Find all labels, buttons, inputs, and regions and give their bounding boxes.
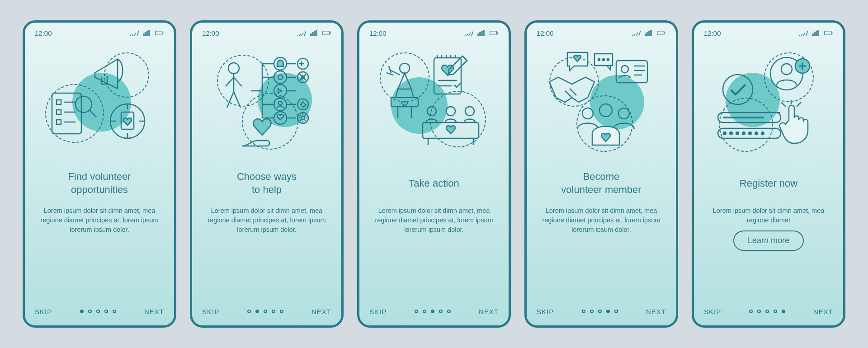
next-button[interactable]: NEXT [646,308,666,315]
dot-5[interactable] [447,310,451,313]
skip-button[interactable]: SKIP [704,308,721,315]
dot-4[interactable] [606,310,610,313]
page-indicator [247,310,283,313]
svg-point-26 [400,63,410,73]
status-icons [130,30,164,36]
screen-title: Become volunteer member [537,170,666,197]
dot-1[interactable] [80,310,84,313]
dot-1[interactable] [582,310,585,313]
dot-2[interactable] [590,310,594,313]
svg-point-56 [755,132,758,135]
network-icon [142,30,151,36]
svg-point-31 [465,107,474,116]
signal-icon [799,30,808,36]
svg-point-51 [723,132,726,135]
status-bar: 12:00 [35,27,164,39]
skip-button[interactable]: SKIP [537,308,554,315]
next-button[interactable]: NEXT [479,308,499,315]
screen-body: Lorem ipsum dolor sit dimn amet, mea reg… [202,206,331,306]
battery-icon [322,30,331,36]
battery-icon [490,30,499,36]
status-time: 12:00 [35,29,52,37]
svg-point-45 [723,75,753,104]
page-indicator [749,310,785,313]
next-button[interactable]: NEXT [311,308,331,315]
chat-heart-icon [565,50,590,73]
svg-point-21 [297,99,308,110]
dot-3[interactable] [765,310,769,313]
screen-title: Take action [369,170,499,197]
hand-heart-icon [237,118,287,150]
learn-more-button[interactable]: Learn more [733,230,804,251]
svg-rect-33 [657,31,664,35]
svg-point-30 [446,107,455,116]
screen-body: Lorem ipsum dolor sit dimn amet, mea reg… [369,206,499,306]
login-fields-icon [717,111,782,141]
status-bar: 12:00 [537,27,666,39]
dot-1[interactable] [415,310,418,313]
svg-point-41 [599,104,612,117]
svg-point-42 [618,108,629,119]
signal-icon [130,30,139,36]
status-time: 12:00 [369,29,387,37]
svg-rect-1 [163,32,164,33]
add-user-icon [769,55,811,98]
dot-5[interactable] [614,310,618,313]
svg-rect-5 [57,120,61,124]
svg-point-6 [75,96,92,113]
nav-bar: SKIP NEXT [35,306,164,317]
next-button[interactable]: NEXT [144,308,164,315]
click-hand-icon [773,100,816,145]
skip-button[interactable]: SKIP [369,308,387,315]
svg-point-55 [749,132,751,135]
magnifier-icon [72,93,99,120]
battery-icon [824,30,833,36]
dot-2[interactable] [423,310,426,313]
dot-5[interactable] [113,310,116,313]
svg-rect-10 [330,32,331,33]
dot-2[interactable] [255,310,259,313]
dot-3[interactable] [431,310,434,313]
dot-4[interactable] [272,310,275,313]
next-button[interactable]: NEXT [813,308,833,315]
page-indicator [582,310,618,313]
svg-rect-25 [497,32,498,33]
status-time: 12:00 [537,29,554,37]
crowd-banner-icon [418,104,484,147]
battery-icon [155,30,164,36]
megaphone-icon [88,52,133,93]
skip-button[interactable]: SKIP [202,308,219,315]
network-icon [811,30,821,36]
nav-bar: SKIP NEXT [369,306,499,317]
page-indicator [415,310,451,313]
dot-3[interactable] [264,310,267,313]
network-icon [477,30,486,36]
illustration [704,39,833,165]
status-bar: 12:00 [369,27,499,39]
dot-4[interactable] [104,310,108,313]
dot-2[interactable] [88,310,92,313]
handshake-icon [547,73,597,107]
network-icon [644,30,653,36]
status-bar: 12:00 [704,27,833,39]
dot-3[interactable] [96,310,100,313]
nav-bar: SKIP NEXT [537,306,666,317]
onboarding-screen-5: 12:00 Register now Lorem ipsum do [692,20,845,328]
signal-icon [632,30,641,36]
dot-3[interactable] [598,310,602,313]
dot-1[interactable] [749,310,753,313]
dot-1[interactable] [247,310,251,313]
svg-point-52 [730,132,732,135]
illustration [202,39,331,165]
dot-5[interactable] [280,310,283,313]
svg-rect-44 [832,32,833,33]
dot-2[interactable] [757,310,761,313]
skip-button[interactable]: SKIP [35,308,52,315]
dot-5[interactable] [782,310,785,313]
battery-icon [657,30,666,36]
group-heart-icon [572,102,640,150]
svg-rect-43 [825,31,831,35]
dot-4[interactable] [774,310,777,313]
status-icons [464,30,499,36]
dot-4[interactable] [439,310,443,313]
